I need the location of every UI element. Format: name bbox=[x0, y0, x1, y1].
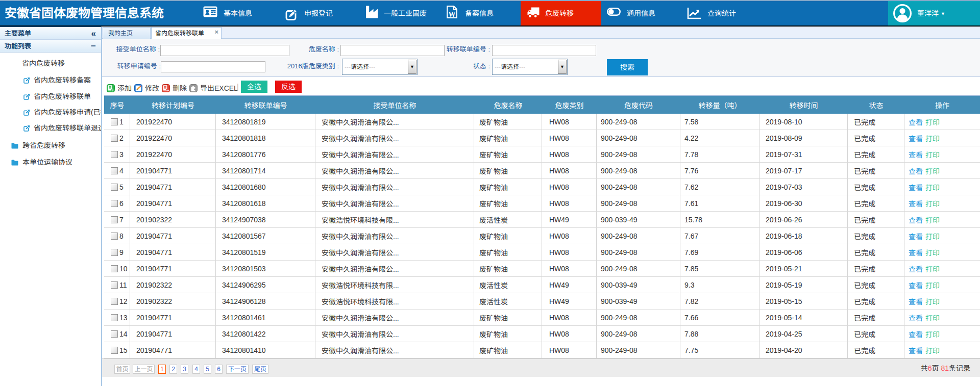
svg-text:W: W bbox=[448, 11, 455, 18]
